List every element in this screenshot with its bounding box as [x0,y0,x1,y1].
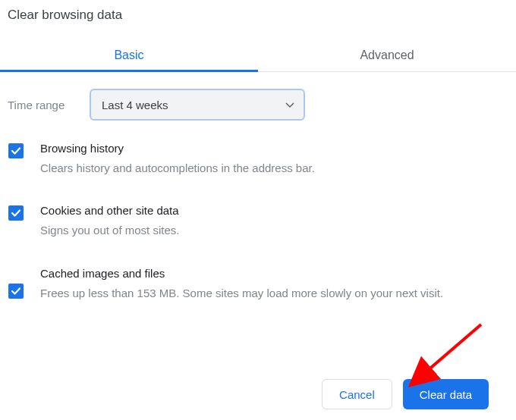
option-title: Browsing history [40,142,505,155]
option-text: Browsing history Clears history and auto… [40,142,505,177]
clear-data-button[interactable]: Clear data [403,379,489,409]
time-range-label: Time range [8,99,77,111]
check-icon [11,146,21,156]
checkbox-cookies[interactable] [8,205,24,221]
svg-line-0 [426,324,481,371]
option-desc: Signs you out of most sites. [40,221,505,239]
tabs: Basic Advanced [0,39,516,72]
option-text: Cached images and files Frees up less th… [40,267,505,302]
tab-basic[interactable]: Basic [0,39,258,71]
option-cache: Cached images and files Frees up less th… [8,267,505,302]
option-desc: Frees up less than 153 MB. Some sites ma… [40,284,505,302]
option-browsing-history: Browsing history Clears history and auto… [8,142,505,177]
option-desc: Clears history and autocompletions in th… [40,159,505,177]
tab-advanced[interactable]: Advanced [258,39,516,71]
option-title: Cached images and files [40,267,505,280]
time-range-row: Time range Last 4 weeks [0,72,516,121]
time-range-select[interactable]: Last 4 weeks [90,89,305,121]
option-cookies: Cookies and other site data Signs you ou… [8,204,505,239]
checkbox-browsing-history[interactable] [8,143,24,158]
option-title: Cookies and other site data [40,204,505,217]
options-list: Browsing history Clears history and auto… [0,121,516,302]
checkbox-cache[interactable] [8,284,24,299]
time-range-value: Last 4 weeks [90,89,305,121]
dialog-buttons: Cancel Clear data [322,379,489,409]
dialog-title: Clear browsing data [0,0,516,23]
check-icon [11,286,21,296]
check-icon [11,208,21,218]
option-text: Cookies and other site data Signs you ou… [40,204,505,239]
cancel-button[interactable]: Cancel [322,379,392,409]
